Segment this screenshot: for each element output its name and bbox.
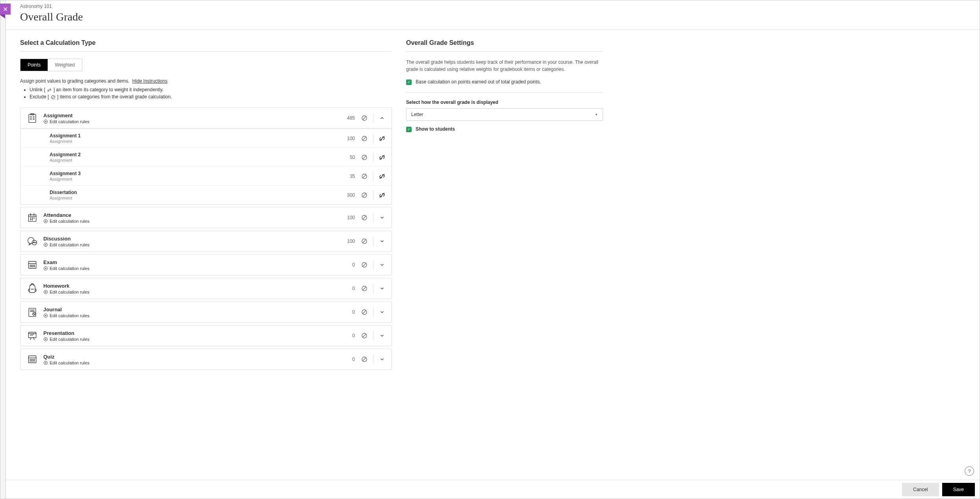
svg-point-27: [33, 265, 33, 265]
expand-toggle[interactable]: [378, 308, 386, 316]
category-name: Exam: [43, 259, 343, 265]
edit-calc-rules-link[interactable]: Edit calculation rules: [43, 219, 343, 224]
exclude-button[interactable]: [360, 355, 368, 363]
divider: [373, 260, 373, 270]
edit-calc-rules-label: Edit calculation rules: [50, 242, 89, 247]
category-points: 0: [343, 333, 355, 338]
tab-weighted[interactable]: Weighted: [48, 59, 82, 71]
divider: [406, 92, 603, 92]
category-points: 485: [343, 115, 355, 121]
help-button[interactable]: ?: [965, 466, 974, 476]
category-row: Presentation Edit calculation rules 0: [20, 325, 392, 346]
category-item-row: Assignment 3 Assignment 35: [20, 166, 392, 185]
category-item-row: Dissertation Assignment 300: [20, 185, 392, 204]
instructions-lead: Assign point values to grading categorie…: [20, 78, 392, 84]
svg-point-28: [34, 265, 35, 265]
category-points: 0: [343, 309, 355, 315]
display-field-label: Select how the overall grade is displaye…: [406, 100, 603, 105]
grid-icon: [26, 353, 39, 366]
divider: [373, 237, 373, 246]
svg-rect-1: [29, 114, 36, 122]
edit-calc-rules-link[interactable]: Edit calculation rules: [43, 266, 343, 271]
edit-calc-rules-link[interactable]: Edit calculation rules: [43, 119, 343, 124]
svg-point-10: [30, 218, 31, 218]
edit-calc-rules-label: Edit calculation rules: [50, 313, 89, 318]
unlink-button[interactable]: [378, 153, 386, 161]
item-points: 100: [343, 136, 355, 141]
calculation-section-title: Select a Calculation Type: [20, 39, 392, 52]
unlink-button[interactable]: [378, 135, 386, 142]
exclude-button[interactable]: [360, 191, 368, 199]
expand-toggle[interactable]: [378, 261, 386, 269]
exclude-button[interactable]: [360, 261, 368, 269]
exclude-button[interactable]: [360, 332, 368, 340]
divider: [373, 153, 373, 162]
unlink-button[interactable]: [378, 191, 386, 199]
app-side-rail: ✕: [0, 0, 6, 499]
unlink-button[interactable]: [378, 172, 386, 180]
category-points: 0: [343, 357, 355, 362]
item-name: Dissertation: [50, 190, 343, 195]
edit-calc-rules-link[interactable]: Edit calculation rules: [43, 242, 343, 247]
edit-calc-rules-link[interactable]: Edit calculation rules: [43, 337, 343, 342]
page-header: Astronomy 101 Overall Grade: [6, 0, 980, 30]
divider: [373, 172, 373, 181]
category-name: Presentation: [43, 330, 343, 336]
journal-icon: [26, 306, 39, 318]
svg-point-49: [32, 361, 32, 361]
exclude-button[interactable]: [360, 114, 368, 122]
edit-calc-rules-link[interactable]: Edit calculation rules: [43, 360, 343, 365]
plus-circle-icon: [43, 242, 48, 247]
divider: [373, 134, 373, 143]
svg-point-47: [34, 359, 35, 360]
exclude-button[interactable]: [360, 214, 368, 222]
expand-toggle[interactable]: [378, 237, 386, 245]
display-select[interactable]: Letter ▼: [406, 108, 603, 121]
category-row: Journal Edit calculation rules 0: [20, 302, 392, 322]
plus-circle-icon: [43, 313, 48, 318]
expand-toggle[interactable]: [378, 355, 386, 363]
close-panel-button[interactable]: ✕: [0, 4, 11, 15]
tab-points[interactable]: Points: [20, 59, 48, 71]
item-name: Assignment 3: [50, 171, 343, 176]
category-block: Discussion Edit calculation rules 100: [20, 231, 392, 252]
category-points: 0: [343, 286, 355, 291]
category-name: Assignment: [43, 113, 343, 118]
category-row: Exam Edit calculation rules 0: [20, 255, 392, 275]
svg-point-44: [30, 359, 30, 360]
svg-point-30: [32, 266, 32, 267]
cancel-button[interactable]: Cancel: [902, 483, 939, 496]
expand-toggle[interactable]: [378, 332, 386, 340]
edit-calc-rules-link[interactable]: Edit calculation rules: [43, 290, 343, 294]
item-name: Assignment 1: [50, 133, 343, 139]
category-item-row: Assignment 1 Assignment 100: [20, 129, 392, 148]
category-name: Quiz: [43, 354, 343, 360]
exclude-button[interactable]: [360, 135, 368, 142]
exclude-button[interactable]: [360, 172, 368, 180]
svg-point-29: [30, 266, 30, 267]
breadcrumb: Astronomy 101: [20, 4, 965, 9]
item-subtitle: Assignment: [50, 158, 343, 163]
plus-circle-icon: [43, 337, 48, 342]
instructions-lead-text: Assign point values to grading categorie…: [20, 78, 130, 84]
base-calc-checkbox[interactable]: ✓: [406, 79, 412, 85]
exclude-button[interactable]: [360, 237, 368, 245]
edit-calc-rules-link[interactable]: Edit calculation rules: [43, 313, 343, 318]
svg-point-25: [30, 265, 30, 265]
exclude-button[interactable]: [360, 308, 368, 316]
exclude-button[interactable]: [360, 153, 368, 161]
show-students-checkbox[interactable]: ✓: [406, 127, 412, 132]
save-button[interactable]: Save: [942, 483, 975, 496]
expand-toggle[interactable]: [378, 214, 386, 222]
expand-toggle[interactable]: [378, 114, 386, 122]
svg-point-26: [32, 265, 32, 265]
category-row: Discussion Edit calculation rules 100: [20, 231, 392, 251]
category-row: Homework Edit calculation rules 0: [20, 278, 392, 299]
bullet-2-pre: Exclude [: [30, 94, 49, 100]
expand-toggle[interactable]: [378, 285, 386, 292]
svg-point-11: [32, 218, 33, 218]
hide-instructions-link[interactable]: Hide Instructions: [132, 78, 167, 84]
exclude-button[interactable]: [360, 285, 368, 292]
svg-point-31: [33, 266, 33, 267]
category-item-row: Assignment 2 Assignment 50: [20, 148, 392, 166]
